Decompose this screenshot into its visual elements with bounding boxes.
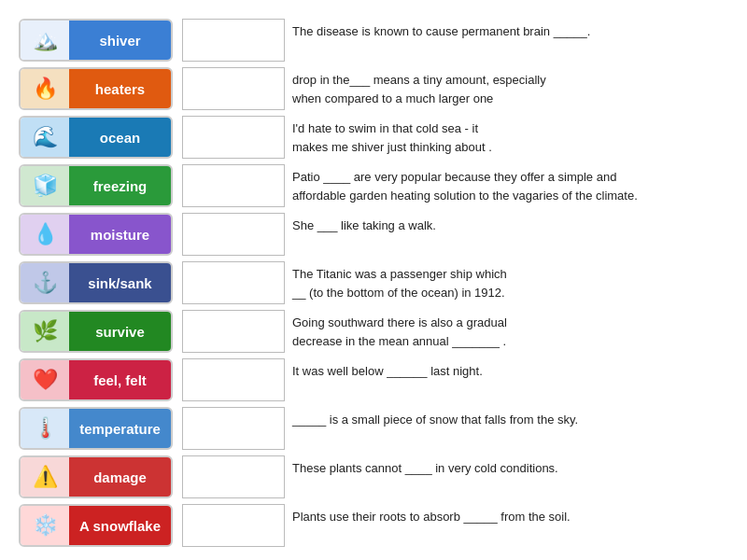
word-card-temperature[interactable]: 🌡️temperature <box>19 407 173 450</box>
word-card-img-moisture: 💧 <box>21 215 69 254</box>
word-card-ocean[interactable]: 🌊ocean <box>19 116 173 159</box>
answer-box-q5[interactable] <box>182 213 285 256</box>
answer-box-q11[interactable] <box>182 504 285 547</box>
question-text-q4: Patio ____ are very popular because they… <box>292 164 638 204</box>
word-list: 🏔️shiver🔥heaters🌊ocean🧊freezing💧moisture… <box>19 19 173 547</box>
answer-box-q6[interactable] <box>182 261 285 304</box>
question-row-q5: She ___ like taking a walk. <box>182 213 728 256</box>
answer-box-q7[interactable] <box>182 310 285 353</box>
question-text-q7: Going southward there is also a gradual … <box>292 310 507 350</box>
word-card-survive[interactable]: 🌿survive <box>19 310 173 353</box>
word-card-label-survive: survive <box>69 312 171 351</box>
word-card-label-freezing: freezing <box>69 166 171 205</box>
word-card-label-moisture: moisture <box>69 215 171 254</box>
question-row-q7: Going southward there is also a gradual … <box>182 310 728 353</box>
question-text-q8: It was well below ______ last night. <box>292 358 483 381</box>
question-text-q11: Plants use their roots to absorb _____ f… <box>292 504 571 526</box>
word-card-sinksank[interactable]: ⚓sink/sank <box>19 261 173 304</box>
answer-box-q1[interactable] <box>182 19 285 62</box>
question-row-q11: Plants use their roots to absorb _____ f… <box>182 504 728 547</box>
question-text-q5: She ___ like taking a walk. <box>292 213 436 235</box>
word-card-feelfelt[interactable]: ❤️feel, felt <box>19 358 173 401</box>
word-card-label-heaters: heaters <box>69 69 171 108</box>
question-row-q1: The disease is known to cause permanent … <box>182 19 728 62</box>
answer-box-q4[interactable] <box>182 164 285 207</box>
word-card-img-heaters: 🔥 <box>21 69 69 108</box>
answer-box-q2[interactable] <box>182 67 285 110</box>
word-card-label-temperature: temperature <box>69 409 171 448</box>
word-card-moisture[interactable]: 💧moisture <box>19 213 173 256</box>
word-card-img-survive: 🌿 <box>21 312 69 351</box>
word-card-img-temperature: 🌡️ <box>21 409 69 448</box>
question-text-q6: The Titanic was a passenger ship which _… <box>292 261 507 301</box>
word-card-label-feelfelt: feel, felt <box>69 360 171 399</box>
question-row-q3: I'd hate to swim in that cold sea - it m… <box>182 116 728 159</box>
question-row-q4: Patio ____ are very popular because they… <box>182 164 728 207</box>
word-card-snowflake[interactable]: ❄️A snowflake <box>19 504 173 547</box>
word-card-label-ocean: ocean <box>69 118 171 157</box>
word-card-shiver[interactable]: 🏔️shiver <box>19 19 173 62</box>
word-card-damage[interactable]: ⚠️damage <box>19 455 173 498</box>
question-text-q10: These plants cannot ____ in very cold co… <box>292 455 558 478</box>
answer-box-q8[interactable] <box>182 358 285 401</box>
question-row-q10: These plants cannot ____ in very cold co… <box>182 455 728 498</box>
word-card-img-feelfelt: ❤️ <box>21 360 69 399</box>
question-text-q2: drop in the___ means a tiny amount, espe… <box>292 67 546 107</box>
question-row-q8: It was well below ______ last night. <box>182 358 728 401</box>
answer-box-q3[interactable] <box>182 116 285 159</box>
word-card-label-damage: damage <box>69 457 171 497</box>
question-row-q2: drop in the___ means a tiny amount, espe… <box>182 67 728 110</box>
word-card-img-snowflake: ❄️ <box>21 506 69 545</box>
question-list: The disease is known to cause permanent … <box>182 19 728 547</box>
question-text-q9: _____ is a small piece of snow that fall… <box>292 407 578 429</box>
answer-box-q10[interactable] <box>182 455 285 498</box>
question-text-q3: I'd hate to swim in that cold sea - it m… <box>292 116 492 156</box>
question-text-q1: The disease is known to cause permanent … <box>292 19 590 41</box>
word-card-img-shiver: 🏔️ <box>21 21 69 60</box>
answer-box-q9[interactable] <box>182 407 285 450</box>
word-card-freezing[interactable]: 🧊freezing <box>19 164 173 207</box>
word-card-img-freezing: 🧊 <box>21 166 69 205</box>
word-card-heaters[interactable]: 🔥heaters <box>19 67 173 110</box>
word-card-img-damage: ⚠️ <box>21 457 69 497</box>
word-card-label-snowflake: A snowflake <box>69 506 171 545</box>
word-card-img-ocean: 🌊 <box>21 118 69 157</box>
question-row-q9: _____ is a small piece of snow that fall… <box>182 407 728 450</box>
word-card-img-sinksank: ⚓ <box>21 263 69 302</box>
word-card-label-sinksank: sink/sank <box>69 263 171 302</box>
question-row-q6: The Titanic was a passenger ship which _… <box>182 261 728 304</box>
word-card-label-shiver: shiver <box>69 21 171 60</box>
